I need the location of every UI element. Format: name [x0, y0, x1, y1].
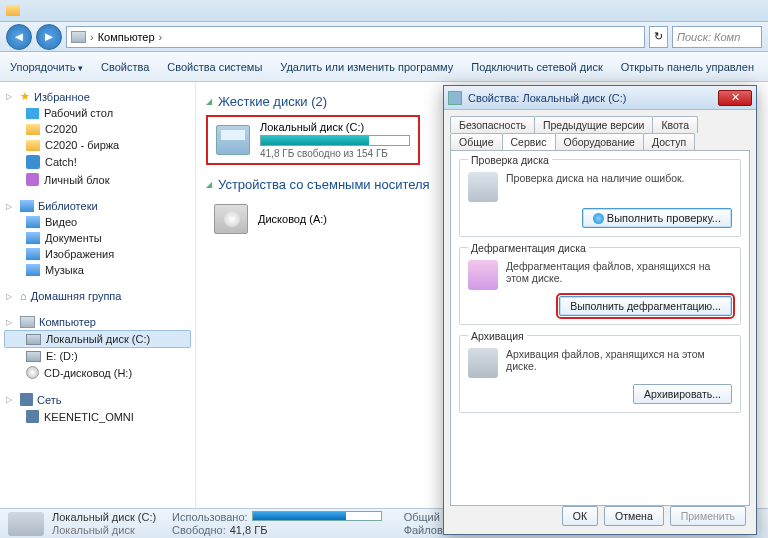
breadcrumb-location[interactable]: Компьютер — [98, 31, 155, 43]
library-icon — [20, 200, 34, 212]
apply-button[interactable]: Применить — [670, 506, 746, 526]
sidebar-libraries-header[interactable]: Библиотеки — [4, 198, 191, 214]
status-drive-icon — [8, 512, 44, 536]
tab-sharing[interactable]: Доступ — [643, 133, 695, 150]
sidebar-item-c2020b[interactable]: C2020 - биржа — [4, 137, 191, 153]
shield-icon — [593, 213, 604, 224]
check-disk-group: Проверка диска Проверка диска на наличие… — [459, 159, 741, 237]
local-disk-item[interactable]: Локальный диск (C:) 41,8 ГБ свободно из … — [206, 115, 420, 165]
drive-icon — [26, 351, 41, 362]
block-icon — [26, 173, 39, 186]
computer-icon — [71, 31, 86, 43]
tab-content: Проверка диска Проверка диска на наличие… — [450, 150, 750, 506]
check-disk-icon — [468, 172, 498, 202]
sidebar-item-cd-h[interactable]: CD-дисковод (H:) — [4, 364, 191, 381]
properties-dialog: Свойства: Локальный диск (C:) ✕ Безопасн… — [443, 85, 757, 535]
sidebar-item-keenetic[interactable]: KEENETIC_OMNI — [4, 408, 191, 425]
map-drive-button[interactable]: Подключить сетевой диск — [471, 61, 602, 73]
sidebar-item-drive-e[interactable]: E: (D:) — [4, 348, 191, 364]
dvd-title: Дисковод (A:) — [258, 213, 327, 225]
check-disk-text: Проверка диска на наличие ошибок. — [506, 172, 685, 202]
sidebar-network-header[interactable]: Сеть — [4, 391, 191, 408]
sidebar-item-video[interactable]: Видео — [4, 214, 191, 230]
status-title: Локальный диск (C:) — [52, 511, 156, 523]
sidebar-item-desktop[interactable]: Рабочий стол — [4, 105, 191, 121]
drive-icon — [448, 91, 462, 105]
sidebar-computer-header[interactable]: Компьютер — [4, 314, 191, 330]
tab-security[interactable]: Безопасность — [450, 116, 535, 133]
sidebar-item-catch[interactable]: Catch! — [4, 153, 191, 171]
organize-menu[interactable]: Упорядочить — [10, 61, 83, 73]
check-disk-button[interactable]: Выполнить проверку... — [582, 208, 732, 228]
sidebar-homegroup-header[interactable]: ⌂Домашняя группа — [4, 288, 191, 304]
floppy-icon — [214, 204, 248, 234]
sidebar-item-personal[interactable]: Личный блок — [4, 171, 191, 188]
app-icon — [26, 155, 40, 169]
uninstall-button[interactable]: Удалить или изменить программу — [280, 61, 453, 73]
tab-general[interactable]: Общие — [450, 133, 503, 150]
homegroup-icon: ⌂ — [20, 290, 27, 302]
usage-mini-bar — [252, 511, 382, 521]
tab-previous-versions[interactable]: Предыдущие версии — [534, 116, 653, 133]
network-node-icon — [26, 410, 39, 423]
computer-icon — [20, 316, 35, 328]
network-icon — [20, 393, 33, 406]
properties-button[interactable]: Свойства — [101, 61, 149, 73]
address-bar: ◄ ► › Компьютер › ↻ Поиск: Комп — [0, 22, 768, 52]
music-icon — [26, 264, 40, 276]
ok-button[interactable]: ОК — [562, 506, 598, 526]
search-input[interactable]: Поиск: Комп — [672, 26, 762, 48]
sidebar-item-images[interactable]: Изображения — [4, 246, 191, 262]
back-button[interactable]: ◄ — [6, 24, 32, 50]
dialog-title: Свойства: Локальный диск (C:) — [468, 92, 712, 104]
defrag-text: Дефрагментация файлов, хранящихся на это… — [506, 260, 732, 290]
close-button[interactable]: ✕ — [718, 90, 752, 106]
status-subtitle: Локальный диск — [52, 524, 156, 536]
breadcrumb[interactable]: › Компьютер › — [66, 26, 645, 48]
sidebar: ★Избранное Рабочий стол C2020 C2020 - би… — [0, 82, 196, 508]
cd-icon — [26, 366, 39, 379]
open-panel-button[interactable]: Открыть панель управлен — [621, 61, 754, 73]
desktop-icon — [26, 108, 39, 119]
sidebar-item-local-c[interactable]: Локальный диск (C:) — [4, 330, 191, 348]
forward-button[interactable]: ► — [36, 24, 62, 50]
tab-strip: Безопасность Предыдущие версии Квота Общ… — [444, 110, 756, 150]
defrag-group: Дефрагментация диска Дефрагментация файл… — [459, 247, 741, 325]
sidebar-item-music[interactable]: Музыка — [4, 262, 191, 278]
defrag-button[interactable]: Выполнить дефрагментацию... — [559, 296, 732, 316]
sidebar-item-docs[interactable]: Документы — [4, 230, 191, 246]
disk-usage-bar — [260, 135, 410, 146]
drive-icon — [26, 334, 41, 345]
backup-button[interactable]: Архивировать... — [633, 384, 732, 404]
toolbar: Упорядочить Свойства Свойства системы Уд… — [0, 52, 768, 82]
dialog-titlebar[interactable]: Свойства: Локальный диск (C:) ✕ — [444, 86, 756, 110]
cancel-button[interactable]: Отмена — [604, 506, 664, 526]
sidebar-item-c2020[interactable]: C2020 — [4, 121, 191, 137]
images-icon — [26, 248, 40, 260]
star-icon: ★ — [20, 90, 30, 103]
documents-icon — [26, 232, 40, 244]
refresh-button[interactable]: ↻ — [649, 26, 668, 48]
defrag-icon — [468, 260, 498, 290]
window-titlebar — [0, 0, 768, 22]
disk-title: Локальный диск (C:) — [260, 121, 410, 133]
drive-icon — [216, 125, 250, 155]
disk-free-text: 41,8 ГБ свободно из 154 ГБ — [260, 148, 410, 159]
tab-hardware[interactable]: Оборудование — [555, 133, 644, 150]
backup-text: Архивация файлов, хранящихся на этом дис… — [506, 348, 732, 378]
backup-icon — [468, 348, 498, 378]
sidebar-favorites-header[interactable]: ★Избранное — [4, 88, 191, 105]
tab-tools[interactable]: Сервис — [502, 133, 556, 150]
system-properties-button[interactable]: Свойства системы — [167, 61, 262, 73]
backup-group: Архивация Архивация файлов, хранящихся н… — [459, 335, 741, 413]
tab-quota[interactable]: Квота — [652, 116, 698, 133]
folder-icon — [26, 140, 40, 151]
app-icon — [6, 5, 20, 16]
folder-icon — [26, 124, 40, 135]
video-icon — [26, 216, 40, 228]
